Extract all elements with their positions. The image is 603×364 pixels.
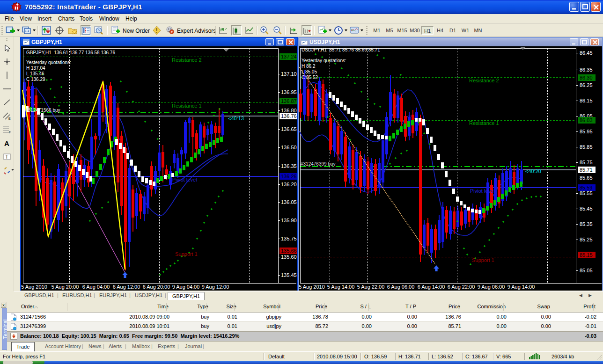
svg-text:136.50: 136.50 (281, 145, 297, 150)
svg-text:Support 1: Support 1 (175, 251, 198, 257)
svg-text:86.45: 86.45 (580, 50, 593, 56)
svg-text:136.76: 136.76 (281, 113, 297, 119)
svg-text:#312476399 buy: #312476399 buy (301, 161, 336, 167)
svg-text:135.90: 135.90 (281, 218, 297, 223)
svg-text:85.85: 85.85 (580, 144, 593, 150)
svg-text:H 137.04: H 137.04 (26, 66, 45, 71)
svg-text:5 Aug 20:00: 5 Aug 20:00 (51, 284, 79, 290)
svg-text:85.35: 85.35 (580, 221, 593, 227)
svg-text:85.75: 85.75 (580, 160, 593, 165)
svg-text:85.95: 85.95 (580, 129, 593, 134)
svg-text:136.26: 136.26 (281, 174, 297, 179)
svg-text:E: E (8, 117, 11, 120)
svg-text:86.30: 86.30 (580, 75, 593, 80)
svg-text:C 85.52: C 85.52 (302, 75, 318, 80)
svg-text:#312471566 buy: #312471566 buy (25, 108, 60, 113)
svg-text:USDJPY,H1 85.71 85.76 85.69 8: USDJPY,H1 85.71 85.76 85.69 85.71 (302, 47, 380, 52)
svg-text:H 86.2: H 86.2 (302, 64, 316, 69)
svg-text:Resistance 1: Resistance 1 (469, 120, 499, 126)
svg-text:135.45: 135.45 (281, 272, 297, 278)
svg-text:A: A (4, 139, 9, 147)
svg-text:6 Aug 12:00: 6 Aug 12:00 (113, 284, 140, 290)
svg-text:5 Aug 22:00: 5 Aug 22:00 (357, 284, 385, 290)
svg-text:Yesterday quotations:: Yesterday quotations: (302, 58, 346, 63)
svg-text:<40:20: <40:20 (525, 168, 541, 174)
svg-text:136.95: 136.95 (281, 89, 297, 95)
svg-text:9 Aug 12:00: 9 Aug 12:00 (202, 284, 229, 290)
svg-text:85.71: 85.71 (580, 167, 593, 173)
svg-text:86.03: 86.03 (580, 117, 593, 123)
svg-text:GBPJPY,H1 136.61 136.77 136.5: GBPJPY,H1 136.61 136.77 136.58 136.76 (26, 50, 115, 55)
svg-text:5 Aug 2010: 5 Aug 2010 (299, 284, 325, 290)
svg-text:Resistance 1: Resistance 1 (172, 103, 202, 109)
svg-text:86.35: 86.35 (580, 67, 593, 73)
svg-text:6 Aug 06:00: 6 Aug 06:00 (387, 284, 415, 290)
svg-text:135.66: 135.66 (281, 248, 297, 254)
svg-text:9 Aug 14:00: 9 Aug 14:00 (507, 284, 535, 290)
svg-text:6 Aug 22:00: 6 Aug 22:00 (448, 284, 475, 290)
svg-text:135.60: 135.60 (281, 254, 297, 260)
svg-text:T: T (5, 154, 8, 160)
svg-text:L 135.46: L 135.46 (26, 71, 44, 76)
svg-text:136.20: 136.20 (281, 182, 297, 187)
svg-text:86.15: 86.15 (580, 98, 593, 103)
svg-text:136.05: 136.05 (281, 199, 297, 205)
svg-text:6 Aug 20:00: 6 Aug 20:00 (143, 284, 170, 290)
svg-text:Yesterday quotations:: Yesterday quotations: (26, 60, 71, 65)
svg-text:85.45: 85.45 (580, 206, 593, 211)
svg-text:C 136.29: C 136.29 (26, 77, 45, 82)
svg-text:137.24: 137.24 (281, 54, 297, 59)
svg-text:136.80: 136.80 (281, 108, 297, 113)
svg-text:6 Aug 04:00: 6 Aug 04:00 (82, 284, 110, 290)
svg-text:137.10: 137.10 (281, 71, 297, 77)
svg-text:85.65: 85.65 (580, 175, 593, 181)
svg-text:86.25: 86.25 (580, 82, 593, 88)
svg-text:F: F (9, 131, 11, 134)
svg-text:85.15: 85.15 (580, 252, 593, 258)
svg-text:L 85.05: L 85.05 (302, 69, 317, 74)
svg-text:5 Aug 2010: 5 Aug 2010 (21, 284, 47, 290)
svg-text:85.25: 85.25 (580, 237, 593, 242)
svg-text:<40:13: <40:13 (228, 116, 244, 121)
svg-text:85.59: 85.59 (580, 185, 593, 190)
svg-text:85.05: 85.05 (580, 268, 593, 273)
svg-text:Resistance 2: Resistance 2 (172, 57, 202, 63)
svg-text:136.65: 136.65 (281, 126, 297, 132)
svg-text:6 Aug 14:00: 6 Aug 14:00 (418, 284, 445, 290)
svg-text:9 Aug 06:00: 9 Aug 06:00 (478, 284, 505, 290)
svg-text:9 Aug 04:00: 9 Aug 04:00 (172, 284, 200, 290)
svg-text:85.55: 85.55 (580, 190, 593, 196)
svg-text:Piviot level: Piviot level (172, 177, 197, 182)
svg-text:5 Aug 14:00: 5 Aug 14:00 (327, 284, 355, 290)
svg-text:136.35: 136.35 (281, 163, 297, 169)
svg-text:135.75: 135.75 (281, 236, 297, 241)
svg-text:Resistance 2: Resistance 2 (469, 78, 499, 83)
svg-text:136.87: 136.87 (281, 98, 297, 104)
svg-text:Support 1: Support 1 (472, 257, 494, 263)
svg-text:Piviot level: Piviot level (470, 188, 495, 194)
